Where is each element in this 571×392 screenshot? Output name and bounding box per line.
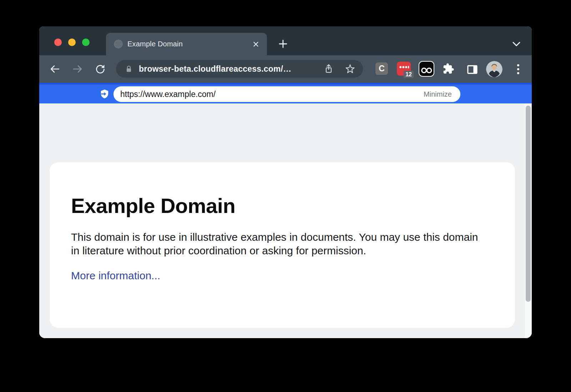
page-body-text: This domain is for use in illustrative e… (71, 230, 483, 258)
tab-title: Example Domain (127, 40, 251, 48)
back-button[interactable] (49, 63, 61, 75)
bookmark-button[interactable] (344, 63, 356, 75)
profile-avatar[interactable] (486, 61, 502, 77)
forward-button[interactable] (72, 63, 84, 75)
traffic-lights (54, 39, 90, 46)
share-icon (323, 63, 334, 75)
side-panel-icon (467, 65, 478, 75)
tab-close-icon[interactable] (251, 40, 261, 49)
extension-circles-button[interactable] (419, 61, 434, 77)
address-bar-url: browser-beta.cloudflareaccess.com/… (139, 64, 313, 74)
close-window-button[interactable] (54, 39, 62, 46)
side-panel-button[interactable] (466, 63, 478, 75)
page-heading: Example Domain (71, 194, 494, 218)
access-bar: https://www.example.com/ Minimize (39, 83, 532, 103)
browser-menu-button[interactable] (512, 63, 524, 75)
minimize-access-bar-button[interactable]: Minimize (424, 90, 452, 98)
avatar-photo (486, 61, 502, 77)
reload-button[interactable] (94, 63, 106, 75)
minimize-window-button[interactable] (68, 39, 76, 46)
globe-icon (113, 39, 123, 49)
browser-tab[interactable]: Example Domain (106, 33, 267, 55)
new-tab-button[interactable] (277, 38, 289, 50)
scrollbar-track[interactable] (525, 103, 532, 338)
reload-icon (95, 63, 106, 75)
browser-window: Example Domain (39, 26, 532, 338)
back-arrow-icon (49, 63, 61, 75)
tab-search-button[interactable] (511, 40, 522, 49)
content-card: Example Domain This domain is for use in… (50, 162, 515, 328)
extension-password-button[interactable]: 12 (397, 62, 411, 76)
zoom-window-button[interactable] (82, 39, 90, 46)
extension-badge: 12 (404, 71, 414, 78)
extension-c-button[interactable]: C (375, 62, 388, 75)
two-circles-icon (419, 62, 434, 76)
chevron-down-icon (512, 41, 521, 47)
remote-url: https://www.example.com/ (120, 90, 424, 99)
browser-toolbar: browser-beta.cloudflareaccess.com/… C (39, 55, 532, 83)
scrollbar-thumb[interactable] (526, 106, 531, 302)
plus-icon (278, 39, 288, 49)
extensions-menu-button[interactable] (443, 63, 454, 75)
lock-icon (125, 64, 133, 74)
page-viewport: Example Domain This domain is for use in… (39, 103, 532, 338)
tab-strip: Example Domain (39, 26, 532, 55)
star-icon (344, 63, 356, 75)
address-bar[interactable]: browser-beta.cloudflareaccess.com/… (116, 60, 363, 78)
shield-arrow-icon (100, 89, 109, 99)
kebab-menu-icon (517, 63, 520, 75)
share-button[interactable] (323, 63, 334, 75)
puzzle-icon (443, 63, 454, 75)
remote-url-bar[interactable]: https://www.example.com/ Minimize (113, 86, 460, 102)
more-information-link[interactable]: More information... (71, 270, 160, 282)
forward-arrow-icon (72, 63, 84, 75)
extension-c-label: C (379, 64, 385, 73)
